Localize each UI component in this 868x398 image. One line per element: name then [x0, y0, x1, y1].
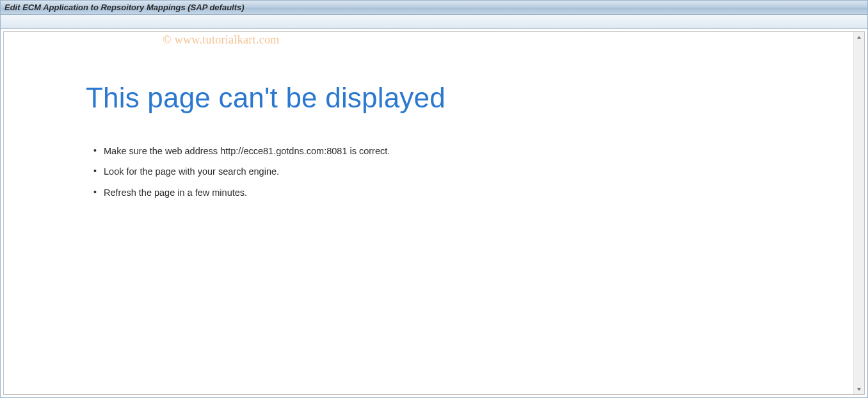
error-heading: This page can't be displayed: [86, 82, 839, 114]
scroll-up-arrow-icon[interactable]: [854, 32, 865, 43]
list-item: Make sure the web address http://ecce81.…: [104, 145, 839, 157]
list-item: Refresh the page in a few minutes.: [104, 186, 839, 199]
window-title: Edit ECM Application to Repsoitory Mappi…: [4, 3, 245, 12]
error-page: This page can't be displayed Make sure t…: [4, 32, 864, 199]
title-bar: Edit ECM Application to Repsoitory Mappi…: [1, 1, 867, 15]
error-suggestion-list: Make sure the web address http://ecce81.…: [86, 145, 839, 199]
scroll-down-arrow-icon[interactable]: [854, 383, 865, 394]
content-area: © www.tutorialkart.com This page can't b…: [3, 31, 865, 395]
toolbar-strip: [1, 15, 867, 29]
list-item: Look for the page with your search engin…: [104, 165, 839, 178]
vertical-scrollbar[interactable]: [853, 32, 864, 394]
window-frame: Edit ECM Application to Repsoitory Mappi…: [0, 0, 868, 398]
